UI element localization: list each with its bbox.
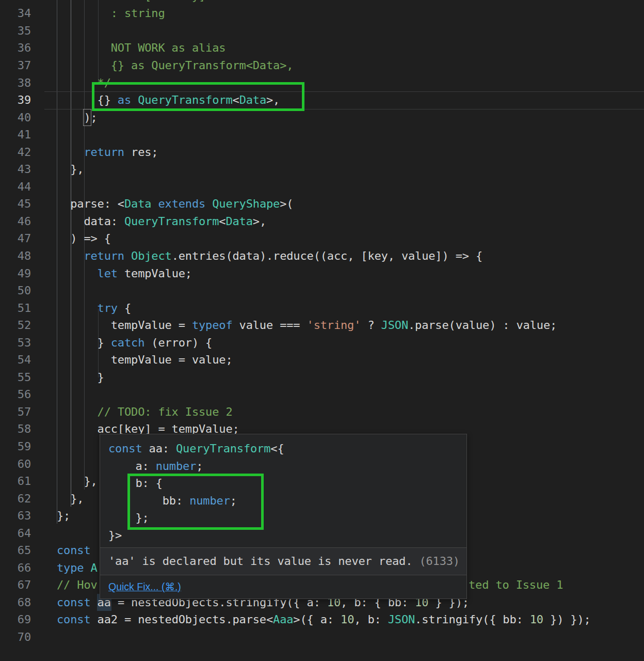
code-line[interactable]: tempValue = value;	[57, 351, 232, 369]
code-line[interactable]: } catch (error) {	[57, 334, 212, 352]
bracket-match-box: )	[83, 109, 91, 126]
line-number[interactable]: 53	[0, 334, 31, 352]
line-number[interactable]: 57	[0, 403, 31, 421]
hover-actions-bar: Quick Fix... (⌘.)	[100, 575, 466, 599]
line-number[interactable]: 38	[0, 74, 31, 92]
hover-code-line: const aa: QueryTransform<{	[108, 440, 458, 458]
line-number[interactable]: 62	[0, 490, 31, 508]
line-number[interactable]: 50	[0, 282, 31, 300]
code-line[interactable]: return res;	[57, 144, 158, 161]
line-number[interactable]: 52	[0, 317, 31, 334]
code-line[interactable]: let tempValue;	[57, 265, 192, 282]
line-number[interactable]: 63	[0, 507, 31, 525]
diagnostic-code: (6133)	[419, 555, 460, 568]
code-line[interactable]: try {	[57, 300, 131, 317]
line-number[interactable]: 58	[0, 420, 31, 438]
line-number[interactable]: 47	[0, 230, 31, 247]
code-line[interactable]: }	[57, 369, 104, 386]
code-line[interactable]: */	[57, 74, 111, 92]
hover-code-line: }>	[108, 527, 458, 544]
line-number[interactable]: 35	[0, 22, 31, 40]
line-number[interactable]: 40	[0, 109, 31, 127]
line-number[interactable]: 46	[0, 213, 31, 230]
hover-tooltip: const aa: QueryTransform<{ a: number; b:…	[100, 434, 467, 599]
line-number[interactable]: 41	[0, 126, 31, 144]
line-number[interactable]: 65	[0, 542, 31, 559]
code-line[interactable]: type A	[57, 559, 98, 577]
hover-diagnostic: 'aa' is declared but its value is never …	[100, 547, 466, 575]
code-line[interactable]: {} as QueryTransform<Data>,	[57, 57, 293, 74]
line-number[interactable]: 55	[0, 369, 31, 386]
line-number[interactable]: 56	[0, 386, 31, 403]
code-line[interactable]: : string	[57, 5, 165, 22]
hover-code-line: };	[108, 509, 458, 527]
line-number[interactable]: 66	[0, 559, 31, 577]
hover-code-line: b: {	[108, 475, 458, 492]
line-number[interactable]: 68	[0, 594, 31, 611]
line-number[interactable]: 54	[0, 351, 31, 369]
line-number[interactable]: 70	[0, 628, 31, 646]
code-line[interactable]: // TODO: fix Issue 2	[57, 403, 232, 421]
code-line[interactable]: );	[57, 109, 98, 127]
diagnostic-message: 'aa' is declared but its value is never …	[108, 555, 419, 568]
line-number[interactable]: 48	[0, 247, 31, 265]
line-number[interactable]: 37	[0, 57, 31, 74]
code-line[interactable]: data: QueryTransform<Data>,	[57, 213, 266, 230]
line-number[interactable]: 49	[0, 265, 31, 282]
hover-type-signature: const aa: QueryTransform<{ a: number; b:…	[100, 434, 466, 547]
code-line[interactable]: {} as QueryTransform<Data>,	[57, 91, 280, 109]
line-number[interactable]: 67	[0, 576, 31, 594]
code-line[interactable]: // Hov	[57, 576, 98, 594]
line-number[interactable]: 39	[0, 91, 31, 109]
code-line[interactable]: tempValue = typeof value === 'string' ? …	[57, 317, 557, 334]
line-number[interactable]: 64	[0, 525, 31, 542]
hover-code-line: bb: number;	[108, 492, 458, 510]
code-editor[interactable]: 3435363738394041424344454647484950515253…	[0, 0, 644, 661]
quick-fix-link[interactable]: Quick Fix... (⌘.)	[108, 581, 181, 592]
code-line[interactable]: };	[57, 507, 70, 525]
code-line[interactable]: },	[57, 490, 84, 508]
line-number[interactable]: 45	[0, 195, 31, 213]
code-line[interactable]: },	[57, 161, 84, 178]
line-number[interactable]: 51	[0, 300, 31, 317]
line-number[interactable]: 69	[0, 611, 31, 628]
code-line[interactable]: NOT WORK as alias	[57, 39, 226, 57]
code-line[interactable]: },	[57, 473, 98, 490]
hover-code-line: a: number;	[108, 458, 458, 475]
code-line[interactable]: parse: <Data extends QueryShape>(	[57, 195, 293, 213]
code-line[interactable]: const	[57, 542, 90, 559]
code-line[interactable]: const aa2 = nestedObjects.parse<Aaa>({ a…	[57, 611, 591, 628]
line-number[interactable]: 36	[0, 39, 31, 57]
code-line-fragment[interactable]: ted to Issue 1	[469, 576, 563, 594]
line-number[interactable]: 34	[0, 5, 31, 22]
line-number[interactable]: 42	[0, 144, 31, 161]
code-line[interactable]: ) => {	[57, 230, 111, 247]
line-number[interactable]: 44	[0, 178, 31, 196]
code-line[interactable]: return Object.entries(data).reduce((acc,…	[57, 247, 482, 265]
line-number[interactable]: 60	[0, 455, 31, 473]
line-number[interactable]: 59	[0, 438, 31, 455]
line-number[interactable]: 61	[0, 473, 31, 490]
line-number[interactable]: 43	[0, 161, 31, 178]
